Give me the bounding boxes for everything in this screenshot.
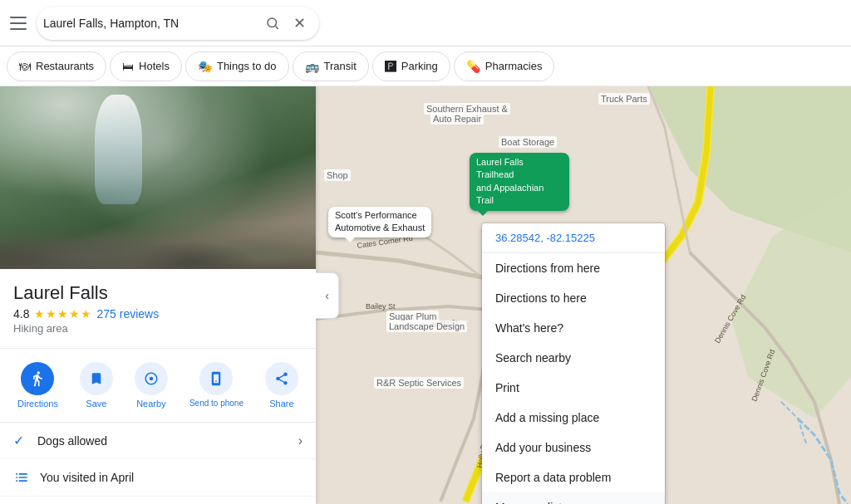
context-menu-print[interactable]: Print: [482, 373, 665, 403]
svg-line-1: [275, 26, 278, 28]
star-rating: ★ ★ ★ ★ ★: [34, 307, 91, 321]
visit-note-row: You visited in April: [0, 459, 316, 497]
directions-icon: [21, 362, 54, 395]
svg-point-0: [268, 18, 277, 27]
share-button[interactable]: Share: [258, 359, 305, 412]
search-box: ✕: [37, 7, 319, 40]
directions-button[interactable]: Directions: [11, 359, 65, 412]
send-to-phone-button[interactable]: Send to phone: [183, 359, 250, 412]
context-menu-add-missing[interactable]: Add a missing place: [482, 403, 665, 433]
timeline-icon: [13, 469, 30, 486]
tab-transit[interactable]: 🚌 Transit: [293, 51, 369, 81]
trailhead-marker[interactable]: Laurel Falls Trailheadand Appalachian Tr…: [470, 153, 569, 221]
save-icon: [80, 362, 113, 395]
rating-row: 4.8 ★ ★ ★ ★ ★ 275 reviews: [13, 307, 303, 321]
context-menu-directions-from[interactable]: Directions from here: [482, 253, 665, 283]
label-septic: R&R Septic Services: [374, 377, 464, 389]
left-panel: Laurel Falls 4.8 ★ ★ ★ ★ ★ 275 reviews H…: [0, 86, 316, 504]
address-row: Hampton, TN 37658: [0, 497, 316, 504]
map-area[interactable]: 321 Cates Corner Rd Bailey St Betty St N…: [316, 86, 851, 504]
dogs-allowed-text: Dogs allowed: [37, 434, 288, 448]
tab-hotels[interactable]: 🛏 Hotels: [110, 51, 182, 81]
context-menu-coords[interactable]: 36.28542, -82.15225: [482, 223, 665, 253]
hotels-icon: 🛏: [122, 60, 134, 73]
context-menu-search-nearby[interactable]: Search nearby: [482, 343, 665, 373]
check-icon: ✓: [13, 433, 24, 448]
photo-rocks: [0, 203, 316, 269]
things-to-do-icon: 🎭: [198, 60, 212, 73]
directions-label: Directions: [17, 399, 58, 409]
tab-parking[interactable]: 🅿 Parking: [372, 51, 450, 81]
nearby-label: Nearby: [136, 399, 165, 409]
top-bar: ✕: [0, 0, 851, 46]
search-button[interactable]: [259, 10, 286, 37]
menu-icon[interactable]: [10, 13, 30, 33]
cursor-icon: ↖: [647, 500, 658, 505]
place-type: Hiking area: [13, 322, 303, 335]
context-menu: 36.28542, -82.15225 Directions from here…: [482, 223, 665, 504]
restaurants-icon: 🍽: [19, 60, 31, 73]
visit-note-text: You visited in April: [40, 471, 303, 484]
share-label: Share: [269, 399, 293, 409]
main-content: Laurel Falls 4.8 ★ ★ ★ ★ ★ 275 reviews H…: [0, 86, 851, 504]
context-menu-directions-to[interactable]: Directions to here: [482, 283, 665, 313]
clear-search-button[interactable]: ✕: [286, 10, 312, 37]
context-menu-measure-distance[interactable]: Measure distance ↖: [482, 492, 665, 504]
send-to-phone-label: Send to phone: [189, 399, 243, 408]
tab-things-to-do[interactable]: 🎭 Things to do: [185, 51, 289, 81]
category-tabs: 🍽 Restaurants 🛏 Hotels 🎭 Things to do 🚌 …: [0, 46, 851, 86]
pharmacies-icon: 💊: [466, 60, 480, 73]
place-photo: [0, 86, 316, 269]
parking-icon: 🅿: [385, 60, 396, 73]
label-southern-exhaust-2: Auto Repair: [430, 113, 484, 125]
context-menu-report-problem[interactable]: Report a data problem: [482, 462, 665, 492]
share-icon: [265, 362, 298, 395]
nearby-icon: [135, 362, 168, 395]
search-input[interactable]: [43, 17, 259, 30]
nearby-button[interactable]: Nearby: [128, 359, 175, 412]
place-name: Laurel Falls: [13, 282, 303, 304]
label-sugar-plum-2: Landscape Design: [386, 321, 467, 332]
context-menu-whats-here[interactable]: What's here?: [482, 313, 665, 343]
collapse-panel-button[interactable]: ‹: [316, 272, 339, 319]
context-menu-add-business[interactable]: Add your business: [482, 433, 665, 462]
chevron-left-icon: ‹: [325, 289, 329, 302]
label-shop: Shop: [324, 169, 351, 181]
label-truck-parts: Truck Parts: [598, 93, 650, 105]
save-label: Save: [86, 399, 106, 409]
svg-text:Bailey St: Bailey St: [366, 302, 396, 311]
label-boat-storage: Boat Storage: [499, 136, 557, 148]
chevron-right-icon: ›: [298, 433, 303, 448]
transit-icon: 🚌: [305, 60, 319, 73]
place-info: Laurel Falls 4.8 ★ ★ ★ ★ ★ 275 reviews H…: [0, 269, 316, 348]
tab-restaurants[interactable]: 🍽 Restaurants: [7, 51, 106, 81]
svg-point-2: [150, 377, 154, 381]
tab-pharmacies[interactable]: 💊 Pharmacies: [454, 51, 555, 81]
send-to-phone-icon: [199, 362, 233, 395]
rating-number: 4.8: [13, 307, 29, 321]
action-buttons: Directions Save Nearby: [0, 348, 316, 423]
dogs-allowed-row[interactable]: ✓ Dogs allowed ›: [0, 423, 316, 459]
scotts-marker[interactable]: Scott's PerformanceAutomotive & Exhaust: [328, 207, 431, 247]
review-count[interactable]: 275 reviews: [96, 307, 159, 321]
save-button[interactable]: Save: [73, 359, 120, 412]
